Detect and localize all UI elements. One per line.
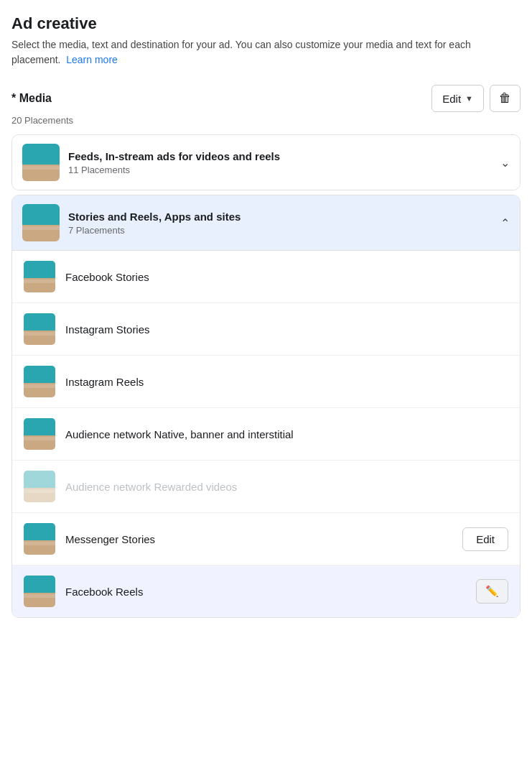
instagram-reels-label: Instagram Reels [65,376,508,388]
audience-rewarded-label: Audience network Rewarded videos [65,481,508,493]
media-label: * Media [11,92,52,105]
stories-chevron-icon: ⌃ [500,216,510,230]
subtitle: Select the media, text and destination f… [11,37,521,68]
stories-group-count: 7 Placements [68,225,495,236]
audience-rewarded-thumbnail [24,471,55,502]
media-edit-button[interactable]: Edit ▼ [431,85,484,112]
placement-group-feeds-header[interactable]: Feeds, In-stream ads for videos and reel… [12,135,520,190]
total-placements-count: 20 Placements [11,115,521,126]
stories-group-info: Stories and Reels, Apps and sites 7 Plac… [68,211,495,236]
list-item: Facebook Reels [12,565,520,617]
audience-native-thumbnail [24,418,55,450]
media-actions: Edit ▼ [431,85,521,112]
stories-group-title: Stories and Reels, Apps and sites [68,211,495,223]
media-header: * Media Edit ▼ [11,85,521,112]
list-item: Audience network Native, banner and inte… [12,408,520,461]
trash-icon [499,91,511,106]
instagram-reels-thumbnail [24,366,55,397]
list-item: Messenger Stories Edit [12,513,520,565]
facebook-stories-label: Facebook Stories [65,271,508,283]
list-item: Instagram Reels [12,356,520,408]
instagram-stories-thumbnail [24,313,55,345]
placement-group-feeds: Feeds, In-stream ads for videos and reel… [11,134,521,190]
chevron-down-icon: ▼ [465,94,473,103]
pencil-icon [485,585,499,598]
stories-placement-list: Facebook Stories Instagram Stories Insta… [12,250,520,617]
stories-thumbnail [22,204,60,241]
messenger-stories-thumbnail [24,523,55,555]
facebook-reels-label: Facebook Reels [65,586,476,598]
list-item: Facebook Stories [12,251,520,303]
facebook-stories-thumbnail [24,261,55,292]
placement-group-stories-header[interactable]: Stories and Reels, Apps and sites 7 Plac… [12,195,520,250]
messenger-stories-label: Messenger Stories [65,533,462,545]
instagram-stories-label: Instagram Stories [65,323,508,336]
learn-more-link[interactable]: Learn more [66,54,118,65]
audience-native-label: Audience network Native, banner and inte… [65,428,508,440]
list-item: Audience network Rewarded videos [12,461,520,513]
feeds-group-title: Feeds, In-stream ads for videos and reel… [68,150,495,162]
messenger-stories-edit-button[interactable]: Edit [462,527,508,551]
facebook-reels-thumbnail [24,576,55,607]
feeds-chevron-icon: ⌄ [500,156,510,170]
feeds-group-count: 11 Placements [68,165,495,175]
placement-group-stories: Stories and Reels, Apps and sites 7 Plac… [11,195,521,618]
facebook-reels-edit-button[interactable] [476,579,508,604]
feeds-thumbnail [22,144,60,181]
list-item: Instagram Stories [12,303,520,356]
media-delete-button[interactable] [490,85,521,112]
page-title: Ad creative [11,14,521,33]
feeds-group-info: Feeds, In-stream ads for videos and reel… [68,150,495,175]
